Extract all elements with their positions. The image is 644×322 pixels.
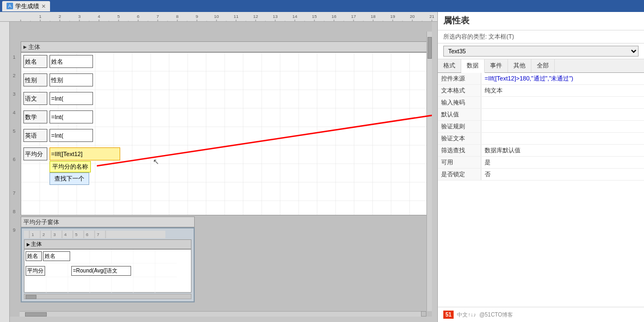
svg-text:3: 3: [53, 232, 56, 237]
tab-all[interactable]: 全部: [531, 59, 555, 72]
prop-name: 控件来源: [438, 73, 481, 84]
row-num-5: 5: [10, 128, 18, 134]
find-next-label: 查找下一个: [54, 175, 84, 182]
field-label-avg-text: 平均分: [25, 150, 43, 158]
prop-value: [481, 133, 644, 144]
prop-value: 数据库默认值: [481, 145, 644, 156]
canvas-area[interactable]: 12345678910111213141516171819202122 1 2 …: [0, 12, 437, 322]
svg-text:19: 19: [391, 14, 395, 19]
field-label-gender-text: 性别: [25, 76, 37, 84]
tab-event[interactable]: 事件: [485, 59, 508, 72]
vscrollbar[interactable]: [426, 32, 432, 311]
field-value-english[interactable]: =Int(: [49, 129, 93, 142]
main-layout: 12345678910111213141516171819202122 1 2 …: [0, 12, 644, 322]
hscroll-thumb[interactable]: [25, 312, 47, 317]
main-section-label: 主体: [28, 43, 40, 51]
find-next-button[interactable]: 查找下一个: [49, 172, 89, 185]
field-label-gender: 性别: [23, 73, 47, 86]
field-value-gender[interactable]: 性别: [49, 73, 93, 86]
subform-section-header: ▶ 主体: [24, 239, 191, 249]
prop-value: [481, 109, 644, 120]
svg-text:7: 7: [157, 14, 159, 19]
watermark-text: 中文↑↓♪: [457, 311, 476, 319]
prop-name: 可用: [438, 157, 481, 168]
row-num-2: 2: [10, 73, 18, 78]
subform-hscroll[interactable]: [24, 294, 191, 299]
subform-area[interactable]: 123 456 7: [21, 227, 195, 302]
field-value-chinese[interactable]: =Int(: [49, 92, 93, 105]
field-value-chinese-text: =Int(: [51, 95, 63, 102]
svg-text:2: 2: [59, 14, 61, 19]
field-value-name[interactable]: 姓名: [49, 55, 93, 68]
prop-row: 筛选查找数据库默认值: [438, 145, 644, 157]
canvas-content: 1 2 3 4 5 6 7 8 9 主体: [10, 22, 432, 317]
prop-value: [481, 121, 644, 132]
field-value-math[interactable]: =Int(: [49, 110, 93, 123]
tab-format[interactable]: 格式: [438, 59, 461, 72]
svg-text:17: 17: [351, 14, 356, 19]
svg-text:6: 6: [86, 232, 89, 237]
panel-subtitle-text: 所选内容的类型: 文本框(T): [443, 33, 514, 40]
field-label-chinese: 语文: [23, 92, 47, 105]
prop-name: 默认值: [438, 109, 481, 120]
mouse-cursor: ↖: [153, 157, 159, 166]
subform-name-value-text: 姓名: [45, 252, 55, 260]
tab-other[interactable]: 其他: [508, 59, 531, 72]
field-label-math-text: 数学: [25, 113, 37, 121]
subform-field-value-name[interactable]: 姓名: [43, 251, 70, 261]
panel-selector-row: Text35: [438, 44, 644, 59]
prop-row: 验证规则: [438, 121, 644, 133]
field-value-avg[interactable]: =IIf([Text12]: [49, 147, 120, 160]
hscrollbar[interactable]: [20, 311, 426, 317]
row-num-1: 1: [10, 54, 18, 60]
prop-value: [481, 97, 644, 108]
row-num-9: 9: [10, 227, 18, 233]
tab-data[interactable]: 数据: [461, 59, 485, 73]
svg-text:12: 12: [253, 14, 258, 19]
properties-list: 控件来源=IIf([Text12]>180,"通过","未通过")文本格式纯文本…: [438, 73, 644, 307]
svg-text:1: 1: [39, 14, 42, 19]
row-numbers: 1 2 3 4 5 6 7 8 9: [10, 22, 18, 317]
subform-label-text: 平均分子窗体: [23, 218, 59, 226]
svg-text:16: 16: [332, 14, 337, 19]
panel-subtitle: 所选内容的类型: 文本框(T): [438, 30, 644, 44]
document-tab[interactable]: A 学生成绩 ✕: [2, 1, 50, 11]
subform-avg-value-text: =Round(Avg([语文: [73, 267, 117, 275]
prop-name: 输入掩码: [438, 97, 481, 108]
subform-scroll-thumb[interactable]: [26, 295, 36, 299]
tab-label: 学生成绩: [15, 2, 39, 10]
prop-row: 验证文本: [438, 133, 644, 145]
subform-ruler: 123 456 7: [24, 231, 165, 238]
svg-text:6: 6: [137, 14, 140, 19]
ruler-top: 12345678910111213141516171819202122: [0, 12, 437, 22]
svg-text:18: 18: [371, 14, 376, 19]
vscroll-thumb[interactable]: [428, 37, 432, 59]
prop-name: 文本格式: [438, 85, 481, 96]
main-grid[interactable]: 姓名 姓名 性别 性别 语文 =Int(: [21, 52, 429, 215]
logo-badge: 51: [443, 311, 454, 319]
prop-value: 纯文本: [481, 85, 644, 96]
right-panel: 属性表 所选内容的类型: 文本框(T) Text35 格式 数据 事件 其他 全…: [437, 12, 644, 322]
svg-text:3: 3: [78, 14, 81, 19]
prop-name: 是否锁定: [438, 169, 481, 180]
subform-grid[interactable]: 姓名 姓名 平均分 =Round(Avg([语文: [24, 249, 191, 293]
field-value-avg-text: =IIf([Text12]: [51, 151, 83, 157]
prop-row: 输入掩码: [438, 97, 644, 109]
svg-text:10: 10: [214, 14, 219, 19]
panel-title-text: 属性表: [443, 16, 469, 25]
field-label-english-text: 英语: [25, 132, 37, 140]
svg-text:4: 4: [64, 232, 67, 237]
prop-value[interactable]: =IIf([Text12]>180,"通过","未通过"): [481, 73, 644, 84]
element-selector[interactable]: Text35: [443, 46, 639, 57]
tab-icon: A: [7, 3, 13, 9]
svg-text:11: 11: [234, 14, 239, 19]
tab-close-button[interactable]: ✕: [41, 3, 46, 9]
tooltip-text: 平均分的名称: [52, 163, 88, 170]
field-label-name-text: 姓名: [25, 58, 37, 66]
prop-name: 验证文本: [438, 133, 481, 144]
prop-value: 是: [481, 157, 644, 168]
subform-field-value-avg[interactable]: =Round(Avg([语文: [71, 266, 131, 276]
svg-text:21: 21: [430, 14, 434, 19]
svg-text:20: 20: [410, 14, 415, 19]
svg-text:5: 5: [117, 14, 120, 19]
